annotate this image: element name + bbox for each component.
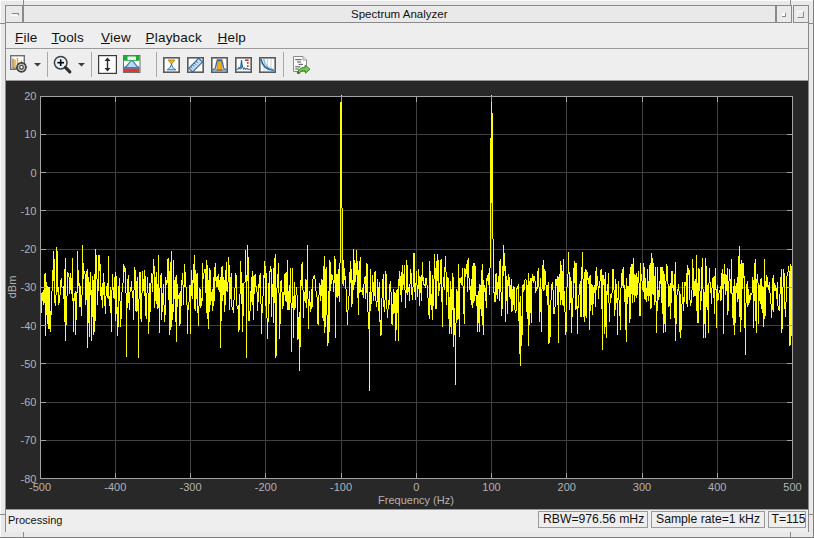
svg-text:-70: -70	[21, 434, 37, 446]
svg-text:-100: -100	[330, 481, 352, 493]
svg-text:0: 0	[413, 481, 419, 493]
svg-text:-400: -400	[104, 481, 126, 493]
svg-text:300: 300	[633, 481, 651, 493]
svg-text:dBm: dBm	[6, 276, 18, 299]
svg-text:20: 20	[24, 90, 36, 102]
svg-text:100: 100	[482, 481, 500, 493]
svg-text:-500: -500	[29, 481, 51, 493]
svg-text:0: 0	[30, 167, 36, 179]
svg-text:-200: -200	[255, 481, 277, 493]
svg-text:200: 200	[558, 481, 576, 493]
svg-text:Frequency (Hz): Frequency (Hz)	[378, 494, 454, 506]
svg-text:-300: -300	[179, 481, 201, 493]
svg-text:-50: -50	[21, 358, 37, 370]
svg-text:10: 10	[24, 128, 36, 140]
svg-text:-10: -10	[21, 205, 37, 217]
svg-text:-30: -30	[21, 281, 37, 293]
svg-text:-60: -60	[21, 396, 37, 408]
svg-text:-20: -20	[21, 243, 37, 255]
svg-text:500: 500	[783, 481, 801, 493]
svg-text:-40: -40	[21, 320, 37, 332]
svg-text:400: 400	[708, 481, 726, 493]
